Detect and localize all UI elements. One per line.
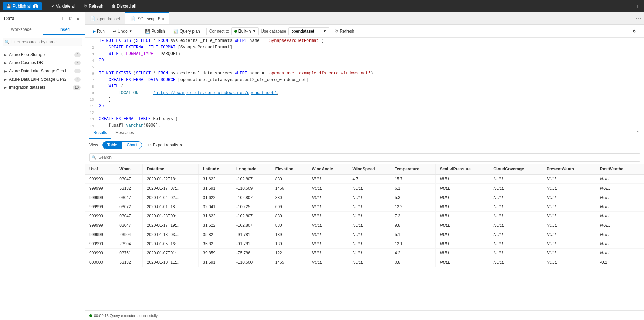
table-cell: NULL <box>489 212 542 221</box>
discard-all-button[interactable]: 🗑 Discard all <box>108 2 140 10</box>
connect-to-label: Connect to <box>209 29 229 34</box>
sort-button[interactable]: ⇵ <box>67 15 74 22</box>
refresh-editor-button[interactable]: ↻ Refresh <box>331 27 358 35</box>
table-cell: NULL <box>307 175 348 184</box>
results-tabs-bar: Results Messages ⌃ <box>85 127 644 139</box>
use-database-dropdown[interactable]: opendataset ▼ <box>288 27 329 35</box>
table-row: 999999239042020-01-18T03:...35.82-91.781… <box>85 230 644 239</box>
chevron-right-icon: ▶ <box>4 69 7 73</box>
tree-item-adls-gen1[interactable]: ▶ Azure Data Lake Storage Gen1 1 <box>0 67 85 75</box>
table-cell: NULL <box>307 239 348 249</box>
table-row: 999999037612020-01-07T01:...39.859-75.78… <box>85 249 644 258</box>
table-cell: NULL <box>435 230 489 239</box>
code-line-9: 9 LOCATION = 'https://example.dfs.core.w… <box>85 90 644 96</box>
table-row: 999999030722020-01-01T18:...32.041-100.2… <box>85 202 644 212</box>
collapse-button[interactable]: « <box>75 15 81 22</box>
table-view-button[interactable]: Table <box>103 142 122 149</box>
database-value: opendataset <box>291 29 314 34</box>
table-cell: NULL <box>596 175 644 184</box>
table-cell: 23904 <box>115 239 142 249</box>
export-results-button[interactable]: ↦ Export results ▼ <box>145 141 186 149</box>
dropdown-chevron-icon: ▼ <box>252 29 256 33</box>
tab-opendataset[interactable]: 📄 opendataset <box>85 12 125 24</box>
tree-item-blob-storage[interactable]: ▶ Azure Blob Storage 1 <box>0 50 85 59</box>
undo-dropdown-icon: ▼ <box>129 29 132 33</box>
tab-linked[interactable]: Linked <box>43 25 85 35</box>
top-toolbar: 💾 Publish all 1 ✓ Validate all ↻ Refresh… <box>0 0 644 12</box>
table-cell: 31.622 <box>199 221 232 230</box>
col-datetime: Datetime <box>142 164 199 175</box>
table-row: 999999239042020-01-05T16:...35.82-91.781… <box>85 239 644 249</box>
table-cell: 2020-01-05T16:... <box>142 239 199 249</box>
table-cell: NULL <box>596 212 644 221</box>
data-table-wrapper[interactable]: Usaf Wban Datetime Latitude Longitude El… <box>85 164 644 310</box>
table-cell: 2020-01-01T18:... <box>142 202 199 212</box>
code-line-6: 6 IF NOT EXISTS (SELECT * FROM sys.exter… <box>85 70 644 77</box>
table-cell: NULL <box>307 212 348 221</box>
query-plan-label: Query plan <box>180 29 200 34</box>
col-latitude: Latitude <box>199 164 232 175</box>
table-cell: 4.7 <box>348 175 390 184</box>
table-cell: NULL <box>489 193 542 202</box>
settings-button[interactable]: ⛭ <box>629 27 640 35</box>
table-cell: 35.82 <box>199 230 232 239</box>
publish-button[interactable]: 💾 Publish <box>142 27 168 35</box>
query-plan-button[interactable]: 📊 Query plan <box>170 27 203 35</box>
tree-item-integration-datasets[interactable]: ▶ Integration datasets 10 <box>0 83 85 92</box>
table-body: 999999030472020-01-22T18:...31.622-102.8… <box>85 175 644 267</box>
sidebar-header: Data + ⇵ « <box>0 12 85 25</box>
publish-icon: 💾 <box>6 4 11 9</box>
tree-item-adls-gen2[interactable]: ▶ Azure Data Lake Storage Gen2 4 <box>0 75 85 83</box>
sidebar-tabs: Workspace Linked <box>0 25 85 35</box>
tree-item-count: 1 <box>74 69 81 73</box>
table-cell: 53132 <box>115 184 142 193</box>
table-cell: NULL <box>542 202 596 212</box>
refresh-button-top[interactable]: ↻ Refresh <box>81 2 107 10</box>
tab-messages[interactable]: Messages <box>111 128 138 139</box>
code-editor[interactable]: 1 IF NOT EXISTS (SELECT * FROM sys.exter… <box>85 38 644 127</box>
database-tab-icon: 📄 <box>90 16 95 21</box>
tree-item-cosmos-db[interactable]: ▶ Azure Cosmos DB 4 <box>0 59 85 67</box>
refresh-editor-icon: ↻ <box>335 29 338 34</box>
col-presentweath: PresentWeath... <box>542 164 596 175</box>
collapse-results-button[interactable]: ⌃ <box>636 130 640 136</box>
table-cell: NULL <box>435 175 489 184</box>
run-icon: ▶ <box>93 29 96 34</box>
publish-all-button[interactable]: 💾 Publish all 1 <box>3 2 42 10</box>
col-usaf: Usaf <box>85 164 115 175</box>
tree-item-label: Azure Cosmos DB <box>9 60 74 65</box>
table-cell: NULL <box>489 249 542 258</box>
chart-view-button[interactable]: Chart <box>122 142 141 149</box>
tab-sql-script-8[interactable]: 📄 SQL script 8 <box>125 12 169 24</box>
col-sealvlpressure: SeaLvlPressure <box>435 164 489 175</box>
run-button[interactable]: ▶ Run <box>89 27 108 35</box>
table-row: 000000531322020-01-10T11:...31.591-110.5… <box>85 258 644 267</box>
add-button[interactable]: + <box>60 15 66 22</box>
col-cloudcoverage: CloudCoverage <box>489 164 542 175</box>
table-cell: NULL <box>348 230 390 239</box>
maximize-icon[interactable]: ◻ <box>632 2 641 10</box>
tab-results[interactable]: Results <box>89 128 111 139</box>
table-cell: NULL <box>307 202 348 212</box>
search-input[interactable] <box>3 38 82 46</box>
table-cell: -91.781 <box>232 239 271 249</box>
table-cell: 15.7 <box>390 175 436 184</box>
tab-label-sql-script-8: SQL script 8 <box>138 16 160 21</box>
table-cell: -75.786 <box>232 249 271 258</box>
table-cell: 03047 <box>115 193 142 202</box>
table-cell: 2020-01-17T07:... <box>142 184 199 193</box>
connect-to-dropdown[interactable]: Built-in ▼ <box>231 27 259 35</box>
tree-item-count: 1 <box>74 52 81 57</box>
table-cell: 999999 <box>85 221 115 230</box>
table-cell: 830 <box>271 212 307 221</box>
validate-all-button[interactable]: ✓ Validate all <box>48 2 79 10</box>
results-search-input[interactable] <box>89 153 640 162</box>
tabs-more-button[interactable]: ⋯ <box>636 15 644 22</box>
table-header-row: Usaf Wban Datetime Latitude Longitude El… <box>85 164 644 175</box>
table-cell: NULL <box>542 184 596 193</box>
undo-button[interactable]: ↩ Undo ▼ <box>109 27 136 35</box>
query-plan-icon: 📊 <box>173 29 178 34</box>
tab-workspace[interactable]: Workspace <box>0 25 43 35</box>
main-layout: Data + ⇵ « Workspace Linked 🔍 ▶ Azure Bl… <box>0 12 644 320</box>
table-row: 999999030472020-01-28T09:...31.622-102.8… <box>85 212 644 221</box>
